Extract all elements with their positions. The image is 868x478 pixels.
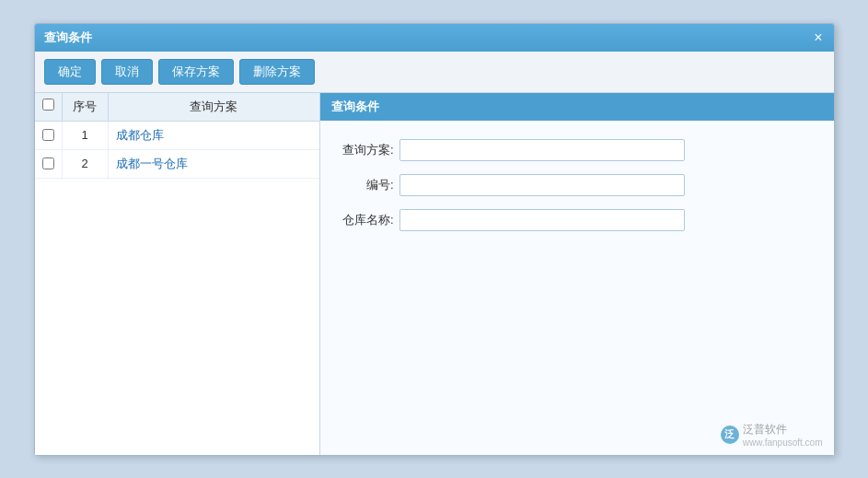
code-input[interactable] — [399, 174, 685, 196]
form-area: 查询方案: 编号: 仓库名称: — [320, 121, 834, 250]
table-body: 1 成都仓库 2 成都一号仓库 — [35, 122, 319, 455]
title-bar: 查询条件 × — [35, 24, 834, 52]
row2-checkbox-cell[interactable] — [35, 150, 63, 178]
query-plan-label: 查询方案: — [335, 142, 399, 158]
form-row-code: 编号: — [335, 174, 819, 196]
watermark-sub-text: www.fanpusoft.com — [743, 437, 823, 448]
select-all-checkbox[interactable] — [42, 99, 54, 111]
left-panel: 序号 查询方案 1 成都仓库 2 成都一号仓库 — [35, 93, 320, 455]
row2-name: 成都一号仓库 — [109, 150, 319, 178]
confirm-button[interactable]: 确定 — [44, 59, 96, 85]
watermark-main-text: 泛普软件 — [743, 422, 823, 437]
row2-checkbox[interactable] — [42, 157, 54, 169]
watermark: 泛 泛普软件 www.fanpusoft.com — [721, 422, 823, 448]
warehouse-name-input[interactable] — [399, 209, 685, 231]
code-label: 编号: — [335, 177, 399, 193]
content-area: 序号 查询方案 1 成都仓库 2 成都一号仓库 — [35, 93, 834, 455]
watermark-text-area: 泛普软件 www.fanpusoft.com — [743, 422, 823, 448]
dialog-title: 查询条件 — [44, 29, 92, 46]
warehouse-name-label: 仓库名称: — [335, 212, 399, 228]
row1-checkbox-cell[interactable] — [35, 122, 63, 149]
plan-column-header: 查询方案 — [109, 93, 319, 121]
watermark-logo: 泛 — [721, 426, 739, 444]
table-row[interactable]: 2 成都一号仓库 — [35, 150, 319, 179]
save-plan-button[interactable]: 保存方案 — [158, 59, 234, 85]
form-row-warehouse-name: 仓库名称: — [335, 209, 819, 231]
watermark-logo-text: 泛 — [724, 427, 735, 441]
row1-index: 1 — [63, 122, 109, 149]
query-plan-input[interactable] — [399, 139, 685, 161]
toolbar: 确定 取消 保存方案 删除方案 — [35, 52, 834, 93]
right-panel-header: 查询条件 — [320, 93, 834, 121]
form-row-query-plan: 查询方案: — [335, 139, 819, 161]
row2-index: 2 — [63, 150, 109, 178]
table-header: 序号 查询方案 — [35, 93, 319, 122]
table-row[interactable]: 1 成都仓库 — [35, 122, 319, 150]
checkbox-column-header — [35, 93, 63, 121]
cancel-button[interactable]: 取消 — [101, 59, 153, 85]
index-column-header: 序号 — [63, 93, 109, 121]
query-condition-dialog: 查询条件 × 确定 取消 保存方案 删除方案 序号 查询方案 — [34, 23, 835, 456]
close-button[interactable]: × — [812, 30, 824, 45]
delete-plan-button[interactable]: 删除方案 — [239, 59, 315, 85]
right-panel: 查询条件 查询方案: 编号: 仓库名称: — [320, 93, 834, 455]
row1-checkbox[interactable] — [42, 129, 54, 141]
row1-name: 成都仓库 — [109, 122, 319, 149]
